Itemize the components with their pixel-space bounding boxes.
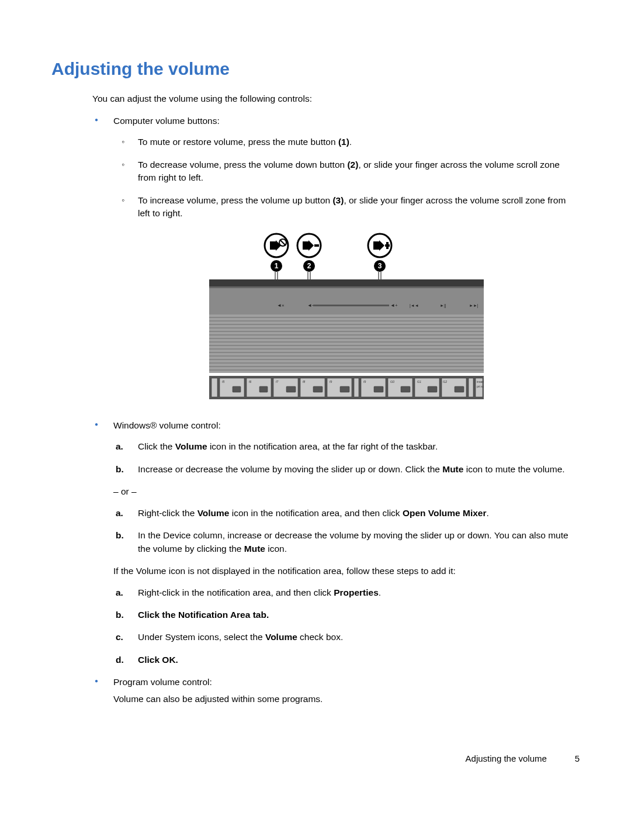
svg-text:f9: f9 <box>330 380 332 383</box>
svg-rect-13 <box>386 242 389 249</box>
sub-decrease: To decrease volume, press the volume dow… <box>113 158 580 185</box>
svg-text:f12: f12 <box>443 380 447 383</box>
bullet-windows-volume: Windows® volume control: a. Click the Vo… <box>92 419 580 667</box>
svg-rect-78 <box>233 386 241 392</box>
step-b: b. Increase or decrease the volume by mo… <box>113 463 580 476</box>
svg-rect-8 <box>314 244 319 247</box>
svg-rect-65 <box>469 378 473 397</box>
svg-text:◄×: ◄× <box>277 303 285 308</box>
program-volume-text: Volume can also be adjusted within some … <box>113 693 580 706</box>
svg-text:f9: f9 <box>363 380 366 383</box>
or-separator: – or – <box>113 485 580 498</box>
svg-rect-79 <box>259 386 268 392</box>
bullet-program-volume: Program volume control: Volume can also … <box>92 676 580 706</box>
svg-rect-27 <box>209 286 484 288</box>
svg-rect-1 <box>270 241 276 250</box>
svg-rect-31 <box>313 305 389 306</box>
svg-rect-84 <box>401 386 410 392</box>
svg-rect-28 <box>209 288 484 314</box>
svg-text:insert: insert <box>477 380 484 383</box>
svg-rect-86 <box>455 386 464 392</box>
bullet-computer-volume: Computer volume buttons: To mute or rest… <box>92 115 580 405</box>
footer-title: Adjusting the volume <box>466 753 547 763</box>
svg-text:f11: f11 <box>417 380 421 383</box>
intro-text: You can adjust the volume using the foll… <box>92 92 580 105</box>
page-number: 5 <box>563 752 580 765</box>
svg-text:◄+: ◄+ <box>390 303 398 308</box>
svg-text:2: 2 <box>307 262 311 270</box>
svg-text:f6: f6 <box>249 380 251 383</box>
svg-text:f10: f10 <box>390 380 394 383</box>
step-add-d: d. Click OK. <box>113 654 580 666</box>
sub-increase: To increase volume, press the volume up … <box>113 194 580 220</box>
svg-text:►||: ►|| <box>440 303 446 308</box>
step-add-b: b. Click the Notification Area tab. <box>113 609 580 621</box>
svg-rect-36 <box>209 314 484 373</box>
svg-rect-82 <box>340 386 349 392</box>
page-title: Adjusting the volume <box>51 56 580 82</box>
svg-rect-26 <box>209 279 484 286</box>
svg-rect-83 <box>374 386 383 392</box>
svg-rect-80 <box>286 386 296 392</box>
volume-buttons-figure: 1 2 3 ◄× ◄− ◄+ |◄◄ ►|| ►►| <box>209 230 484 405</box>
svg-rect-81 <box>313 386 323 392</box>
svg-rect-85 <box>428 386 437 392</box>
svg-text:prt sc: prt sc <box>477 385 484 388</box>
svg-text:3: 3 <box>378 262 382 270</box>
note-icon-missing: If the Volume icon is not displayed in t… <box>113 565 580 578</box>
svg-text:|◄◄: |◄◄ <box>410 303 419 308</box>
svg-text:►►|: ►►| <box>469 303 479 308</box>
page-footer: Adjusting the volume 5 <box>51 752 580 765</box>
bullet-lead: Computer volume buttons: <box>113 116 220 126</box>
bullet-lead: Windows® volume control: <box>113 420 221 430</box>
svg-text:f5: f5 <box>222 380 224 383</box>
svg-text:1: 1 <box>275 262 279 270</box>
bullet-lead: Program volume control: <box>113 677 212 687</box>
step-a: a. Click the Volume icon in the notifica… <box>113 440 580 453</box>
svg-text:f8: f8 <box>303 380 305 383</box>
step-b-alt: b. In the Device column, increase or dec… <box>113 529 580 555</box>
step-add-c: c. Under System icons, select the Volume… <box>113 631 580 644</box>
svg-rect-6 <box>303 241 308 250</box>
svg-text:f7: f7 <box>276 380 278 383</box>
svg-rect-10 <box>373 241 379 250</box>
step-a-alt: a. Right-click the Volume icon in the no… <box>113 507 580 520</box>
svg-rect-54 <box>212 378 217 397</box>
step-add-a: a. Right-click in the notification area,… <box>113 586 580 599</box>
svg-rect-60 <box>354 378 359 397</box>
sub-mute: To mute or restore volume, press the mut… <box>113 136 580 148</box>
